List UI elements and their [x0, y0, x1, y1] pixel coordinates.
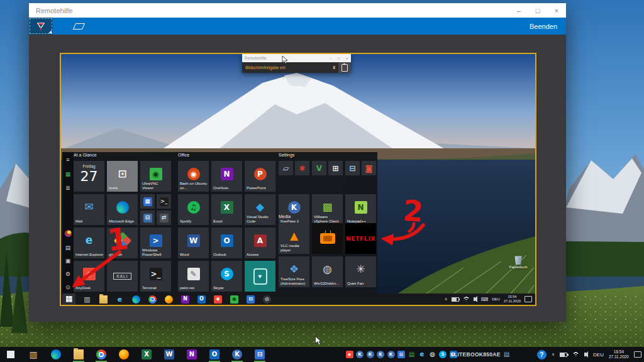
- host-taskbar-file-explorer[interactable]: [72, 347, 86, 362]
- sidebar-recent-list-button[interactable]: ≣: [62, 183, 74, 192]
- tray-anydesk[interactable]: ◈: [345, 351, 353, 359]
- remote-taskbar-internet-explorer[interactable]: e: [115, 295, 125, 304]
- notification-center-icon[interactable]: [634, 351, 641, 358]
- maximize-button[interactable]: □: [528, 3, 547, 18]
- tile-ultravnc-viewer[interactable]: ◉UltraVNC Viewer: [140, 161, 171, 192]
- remote-taskbar-microsoft-edge[interactable]: [131, 295, 141, 304]
- remote-taskbar-anydesk[interactable]: ◈: [213, 295, 223, 304]
- tile-command-prompt[interactable]: >_: [157, 194, 171, 209]
- tile-powerpoint[interactable]: PPowerPoint: [245, 161, 275, 192]
- tray-keepass-lock-3[interactable]: K: [377, 351, 385, 359]
- pause-share-button[interactable]: ‖: [333, 65, 335, 70]
- tile-vmware-vsphere-client[interactable]: ▩VMware vSphere Client: [312, 194, 343, 225]
- keyboard-icon[interactable]: ⌨: [481, 297, 489, 302]
- tile-win32-disk-imager[interactable]: ◍Win32DiskIm…: [312, 256, 343, 287]
- host-taskbar-remote-desktop[interactable]: ⊟: [253, 347, 267, 362]
- laser-pointer-tool[interactable]: [29, 18, 53, 35]
- tile-quiet-fan[interactable]: ✳Quiet Fan: [345, 256, 376, 287]
- remote-taskbar-task-view[interactable]: ▥: [82, 295, 92, 304]
- tile-hosts[interactable]: ⊡hosts: [107, 161, 138, 192]
- sidebar-power-button[interactable]: ⊙: [62, 282, 74, 292]
- tile-health-app[interactable]: ♥: [245, 261, 275, 292]
- session-close-button[interactable]: ×: [343, 57, 351, 60]
- remote-taskbar-circle-app[interactable]: ◍: [262, 295, 272, 304]
- tile-windows-powershell[interactable]: >Windows PowerShell: [140, 228, 171, 258]
- tray-keepass-lock-1[interactable]: K: [356, 351, 364, 359]
- tile-computer-tool[interactable]: ⊟: [345, 161, 360, 175]
- remote-start-button[interactable]: [62, 293, 75, 305]
- eraser-tool[interactable]: [69, 18, 88, 35]
- tray-skype-tray[interactable]: S: [439, 351, 447, 359]
- tray-keepass-lock-2[interactable]: K: [366, 351, 374, 359]
- battery-icon[interactable]: [560, 353, 567, 357]
- remote-taskbar-outlook[interactable]: O: [197, 295, 206, 304]
- host-start-button[interactable]: [4, 347, 18, 362]
- tile-excel[interactable]: XExcel: [211, 194, 242, 225]
- host-taskbar-firefox[interactable]: [117, 347, 131, 362]
- session-minimize-button[interactable]: –: [326, 57, 335, 60]
- tile-v-tool[interactable]: V: [312, 161, 326, 175]
- sidebar-account-button[interactable]: [62, 229, 74, 238]
- host-taskbar-task-view[interactable]: ▥: [26, 347, 40, 362]
- tile-terminal[interactable]: >_Terminal: [140, 261, 171, 292]
- tray-internet-explorer-tray[interactable]: e: [418, 351, 426, 359]
- tile-kali-linux[interactable]: KALI: [107, 261, 138, 292]
- remote-language-indicator[interactable]: DEU: [492, 297, 500, 301]
- host-taskbar-onenote[interactable]: N: [185, 347, 199, 362]
- tile-bash-on-ubuntu[interactable]: ◉Bash on Ubuntu on…: [178, 161, 209, 192]
- tile-git-bash[interactable]: git-bash: [107, 228, 138, 258]
- close-button[interactable]: ×: [547, 3, 566, 18]
- sidebar-pictures-button[interactable]: ▣: [62, 256, 74, 265]
- tile-paint-net[interactable]: ✎paint.net: [178, 261, 209, 292]
- tile-netflix[interactable]: NETFLIX: [345, 223, 376, 254]
- remote-taskbar-chrome[interactable]: [148, 295, 157, 304]
- beenden-button[interactable]: Beenden: [530, 23, 566, 30]
- notes-doc-icon[interactable]: ▤: [504, 351, 510, 358]
- tray-chevron-icon[interactable]: ∧: [445, 297, 448, 302]
- tile-onenote[interactable]: NOneNote: [211, 161, 242, 192]
- tile-shield-tool[interactable]: ◙: [362, 161, 376, 175]
- host-taskbar-keepass[interactable]: K: [230, 347, 244, 362]
- host-taskbar-outlook[interactable]: O: [208, 347, 221, 362]
- speaker-icon[interactable]: [474, 297, 475, 301]
- tile-vlc-media-player[interactable]: ▲VLC media player: [279, 223, 309, 254]
- remote-taskbar-firefox[interactable]: [164, 295, 174, 304]
- wifi-icon[interactable]: [463, 297, 470, 302]
- tile-remote-desktop-small[interactable]: ⊟: [140, 211, 155, 225]
- speaker-icon[interactable]: [584, 353, 586, 356]
- tile-skype[interactable]: SSkype: [211, 261, 242, 292]
- tile-internet-explorer[interactable]: eInternet Explorer: [74, 228, 104, 258]
- tile-word[interactable]: WWord: [178, 228, 209, 258]
- tile-notes-app[interactable]: ▱: [279, 161, 293, 175]
- host-taskbar-microsoft-edge[interactable]: [49, 347, 63, 362]
- recycle-bin[interactable]: Papierkorb: [505, 255, 531, 269]
- wifi-icon[interactable]: [572, 352, 579, 357]
- tile-calculator[interactable]: ▦: [140, 194, 155, 209]
- clipboard-share-button[interactable]: [338, 62, 351, 73]
- tile-keepass-2[interactable]: KKeePass 2: [279, 194, 309, 225]
- host-clock[interactable]: 16:54 27.11.2020: [609, 349, 629, 359]
- tray-sports-app[interactable]: ◍: [428, 351, 436, 359]
- tile-mail[interactable]: ✉Mail: [74, 194, 104, 225]
- tile-tv-app[interactable]: [312, 223, 343, 254]
- host-taskbar-word[interactable]: W: [162, 347, 176, 362]
- tile-anydesk[interactable]: ◈AnyDesk: [74, 261, 104, 292]
- host-taskbar-chrome[interactable]: [94, 347, 108, 362]
- session-maximize-button[interactable]: □: [335, 57, 343, 60]
- notification-center-icon[interactable]: [525, 296, 532, 302]
- remote-taskbar-onenote[interactable]: N: [180, 295, 190, 304]
- tile-calendar[interactable]: Freitag27: [74, 161, 104, 192]
- remote-clock[interactable]: 15:54 27.11.2020: [504, 295, 521, 304]
- tray-remote-desktop-tray[interactable]: ⊟: [397, 351, 406, 359]
- remote-taskbar-ultravnc[interactable]: ◉: [230, 295, 239, 304]
- battery-icon[interactable]: [452, 297, 459, 302]
- tile-visual-studio-code[interactable]: ◆Visual Studio Code: [245, 194, 275, 225]
- sidebar-menu-button[interactable]: ≡: [62, 155, 74, 164]
- tray-chevron-icon[interactable]: ∧: [552, 352, 555, 357]
- tile-outlook[interactable]: OOutlook: [211, 228, 242, 258]
- host-taskbar-excel[interactable]: X: [140, 347, 153, 362]
- tile-access[interactable]: AAccess: [245, 228, 275, 258]
- tile-treesize-free[interactable]: ❖TreeSize Free (Administrator): [279, 256, 309, 287]
- tray-green-file-tool[interactable]: ▤: [408, 351, 416, 359]
- tile-spotify[interactable]: ♫Spotify: [178, 194, 209, 225]
